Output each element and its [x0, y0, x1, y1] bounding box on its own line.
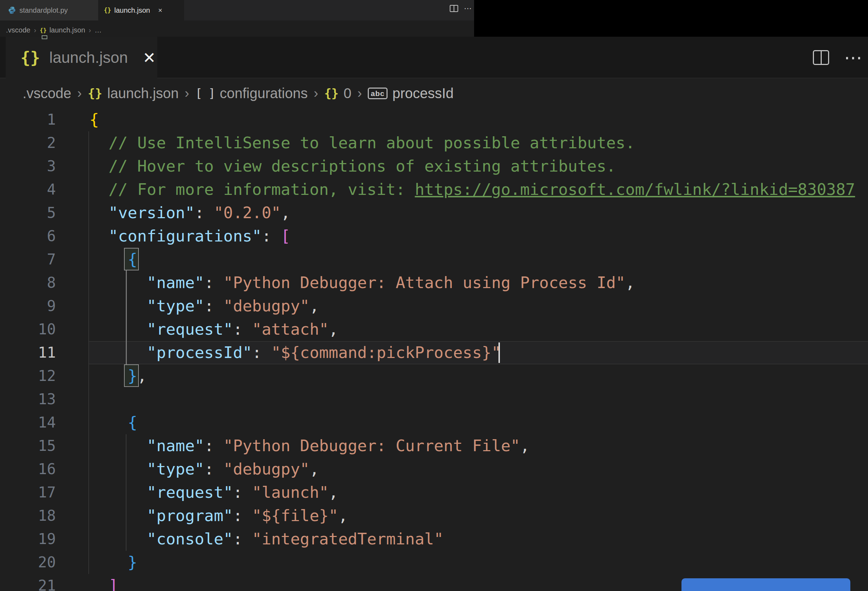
code-text — [56, 388, 89, 411]
mini-tab-bar: standardplot.py {} launch.json × ⋯ — [0, 0, 474, 21]
breadcrumb: .vscode›{}launch.json›[ ]configurations›… — [0, 78, 868, 108]
more-actions-icon[interactable]: ⋯ — [844, 54, 863, 61]
tab-label: standardplot.py — [19, 6, 68, 15]
editor-actions: ⋯ — [450, 0, 472, 21]
line-number[interactable]: 16 — [0, 458, 56, 481]
line-number[interactable]: 10 — [0, 318, 56, 341]
breadcrumb-item[interactable]: … — [94, 26, 102, 34]
tab-launch-json-large[interactable]: {} launch.json ✕ — [6, 37, 157, 78]
code-text: "type": "debugpy", — [56, 295, 319, 318]
code-line: 4 // For more information, visit: https:… — [0, 178, 868, 201]
code-line: 16 "type": "debugpy", — [0, 458, 868, 481]
line-number[interactable]: 21 — [0, 574, 56, 591]
tab-launch-json[interactable]: {} launch.json × — [98, 0, 184, 21]
breadcrumb-label: configurations — [220, 85, 308, 101]
line-number[interactable]: 15 — [0, 434, 56, 458]
line-number[interactable]: 17 — [0, 481, 56, 504]
code-text: "version": "0.2.0", — [56, 201, 291, 224]
code-text: // Use IntelliSense to learn about possi… — [56, 131, 635, 155]
code-text: } — [56, 551, 137, 574]
code-line: 15 "name": "Python Debugger: Current Fil… — [0, 434, 868, 458]
code-line: 19 "console": "integratedTerminal" — [0, 528, 868, 551]
line-number[interactable]: 14 — [0, 411, 56, 434]
breadcrumb-label: launch.json — [49, 26, 85, 34]
small-outline-artifact — [42, 35, 47, 39]
code-text: "request": "launch", — [56, 481, 338, 504]
line-number[interactable]: 19 — [0, 528, 56, 551]
code-text: "program": "${file}", — [56, 504, 348, 528]
code-line: 6 "configurations": [ — [0, 224, 868, 248]
code-text: "name": "Python Debugger: Attach using P… — [56, 271, 635, 295]
line-number[interactable]: 13 — [0, 388, 56, 411]
breadcrumb-label: 0 — [344, 85, 351, 101]
code-line: 5 "version": "0.2.0", — [0, 201, 868, 224]
code-line: 12 }, — [0, 364, 868, 388]
code-line: 13 — [0, 388, 868, 411]
breadcrumb-item[interactable]: [ ]configurations — [195, 85, 308, 101]
vscode-window: standardplot.py {} launch.json × ⋯ .vsco… — [0, 0, 868, 591]
code-text: { — [56, 411, 137, 434]
code-line: 11 "processId": "${command:pickProcess}" — [0, 341, 868, 364]
code-text: "request": "attach", — [56, 318, 338, 341]
chevron-right-icon: › — [34, 26, 36, 34]
line-number[interactable]: 6 — [0, 224, 56, 248]
code-line: 20 } — [0, 551, 868, 574]
breadcrumb-item[interactable]: {}launch.json — [40, 26, 85, 34]
black-cutout-region — [474, 0, 868, 37]
line-number[interactable]: 8 — [0, 271, 56, 295]
code-text: ] — [56, 574, 118, 591]
line-number[interactable]: 5 — [0, 201, 56, 224]
tab-standardplot-py[interactable]: standardplot.py — [0, 0, 98, 21]
line-number[interactable]: 7 — [0, 248, 56, 271]
chevron-right-icon: › — [314, 86, 318, 101]
mini-editor-strip: standardplot.py {} launch.json × ⋯ .vsco… — [0, 0, 474, 37]
code-editor[interactable]: 1{2 // Use IntelliSense to learn about p… — [0, 108, 868, 591]
code-text: "name": "Python Debugger: Current File", — [56, 434, 530, 458]
code-line: 8 "name": "Python Debugger: Attach using… — [0, 271, 868, 295]
python-file-icon — [8, 6, 16, 15]
line-number[interactable]: 20 — [0, 551, 56, 574]
breadcrumb-item[interactable]: abcprocessId — [368, 85, 453, 101]
magnified-editor-view: {} launch.json ✕ ⋯ .vscode›{}launch.json… — [0, 37, 868, 591]
split-editor-icon[interactable] — [450, 5, 458, 12]
breadcrumb-label: .vscode — [23, 85, 71, 101]
chevron-right-icon: › — [89, 26, 91, 34]
line-number[interactable]: 4 — [0, 178, 56, 201]
breadcrumb-item[interactable]: {}0 — [324, 85, 351, 101]
split-editor-icon[interactable] — [813, 50, 829, 65]
string-abc-icon: abc — [368, 88, 387, 99]
json-braces-icon: {} — [40, 27, 47, 34]
breadcrumb-item[interactable]: {}launch.json — [88, 85, 179, 101]
json-braces-icon: {} — [88, 86, 102, 100]
line-number[interactable]: 9 — [0, 295, 56, 318]
code-line: 1{ — [0, 108, 868, 131]
line-number[interactable]: 11 — [0, 341, 56, 364]
code-text: // For more information, visit: https://… — [56, 178, 855, 201]
line-number[interactable]: 3 — [0, 155, 56, 178]
line-number[interactable]: 1 — [0, 108, 56, 131]
line-number[interactable]: 2 — [0, 131, 56, 155]
code-line: 2 // Use IntelliSense to learn about pos… — [0, 131, 868, 155]
code-line: 17 "request": "launch", — [0, 481, 868, 504]
json-braces-icon: {} — [21, 48, 40, 67]
breadcrumb-item[interactable]: .vscode — [6, 26, 30, 34]
add-configuration-button-partial[interactable] — [682, 578, 850, 591]
chevron-right-icon: › — [77, 86, 82, 101]
close-icon[interactable]: × — [158, 6, 162, 15]
line-number[interactable]: 18 — [0, 504, 56, 528]
json-braces-icon: {} — [324, 86, 339, 100]
mini-breadcrumb: .vscode›{}launch.json›… — [0, 21, 474, 37]
breadcrumb-label: launch.json — [107, 85, 179, 101]
chevron-right-icon: › — [185, 86, 189, 101]
more-actions-icon[interactable]: ⋯ — [464, 7, 472, 10]
code-text: "processId": "${command:pickProcess}" — [56, 341, 501, 364]
code-text: { — [56, 108, 99, 131]
code-text: "type": "debugpy", — [56, 458, 319, 481]
code-text: // Hover to view descriptions of existin… — [56, 155, 616, 178]
close-icon[interactable]: ✕ — [143, 49, 156, 67]
code-line: 7 { — [0, 248, 868, 271]
line-number[interactable]: 12 — [0, 364, 56, 388]
breadcrumb-label: … — [94, 26, 102, 34]
breadcrumb-item[interactable]: .vscode — [23, 85, 71, 101]
tab-label: launch.json — [49, 49, 128, 66]
